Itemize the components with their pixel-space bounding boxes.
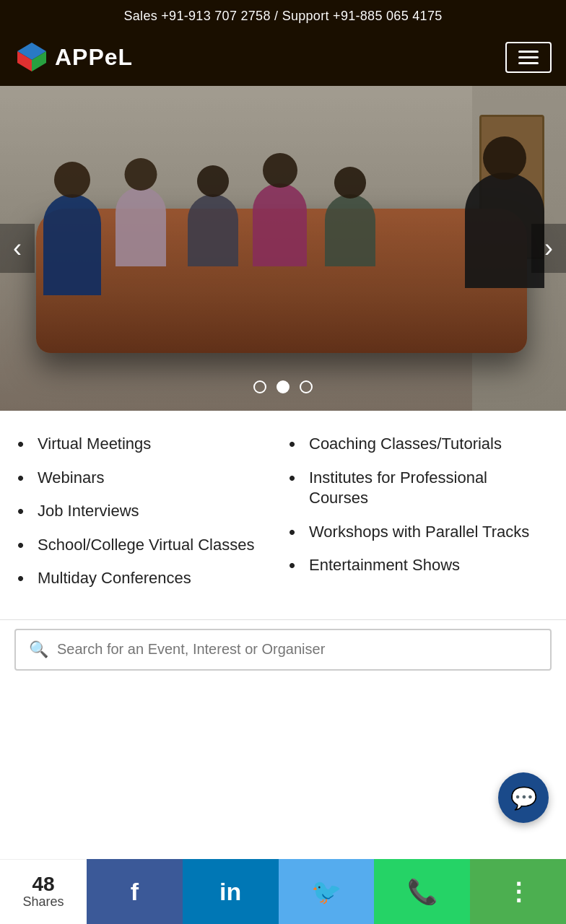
list-item: Job Interviews: [17, 501, 277, 522]
carousel: ‹ ›: [0, 86, 566, 411]
carousel-dots: [253, 380, 313, 393]
features-col2: Coaching Classes/Tutorials Institutes fo…: [289, 434, 549, 602]
menu-line-1: [518, 51, 539, 53]
carousel-scene: [0, 86, 566, 411]
dot-3[interactable]: [300, 380, 313, 393]
dot-2[interactable]: [277, 380, 289, 393]
logo-text: APPeL: [55, 44, 133, 71]
search-box: 🔍: [14, 629, 552, 671]
menu-line-2: [518, 56, 539, 58]
list-item: Workshops with Parallel Tracks: [289, 522, 549, 543]
carousel-prev-button[interactable]: ‹: [0, 224, 35, 273]
logo: APPeL: [14, 40, 133, 74]
list-item: Institutes for Professional Courses: [289, 468, 549, 509]
list-item: Coaching Classes/Tutorials: [289, 434, 549, 455]
top-bar: Sales +91-913 707 2758 / Support +91-885…: [0, 0, 566, 32]
list-item: Webinars: [17, 468, 277, 489]
menu-button[interactable]: [505, 42, 552, 73]
contact-info: Sales +91-913 707 2758 / Support +91-885…: [123, 9, 442, 23]
menu-line-3: [518, 62, 539, 64]
list-item: School/College Virtual Classes: [17, 535, 277, 556]
search-input[interactable]: [57, 641, 537, 658]
dot-1[interactable]: [253, 380, 266, 393]
list-item: Virtual Meetings: [17, 434, 277, 455]
carousel-next-button[interactable]: ›: [531, 224, 566, 273]
features-section: Virtual Meetings Webinars Job Interviews…: [0, 411, 566, 619]
header: APPeL: [0, 32, 566, 86]
carousel-overlay: [0, 86, 566, 411]
features-col1: Virtual Meetings Webinars Job Interviews…: [17, 434, 277, 602]
search-container: 🔍: [0, 619, 566, 688]
next-icon: ›: [544, 233, 553, 263]
prev-icon: ‹: [13, 233, 22, 263]
search-icon: 🔍: [29, 640, 48, 659]
list-item: Multiday Conferences: [17, 568, 277, 589]
logo-icon: [14, 40, 49, 74]
list-item: Entertainment Shows: [289, 555, 549, 576]
